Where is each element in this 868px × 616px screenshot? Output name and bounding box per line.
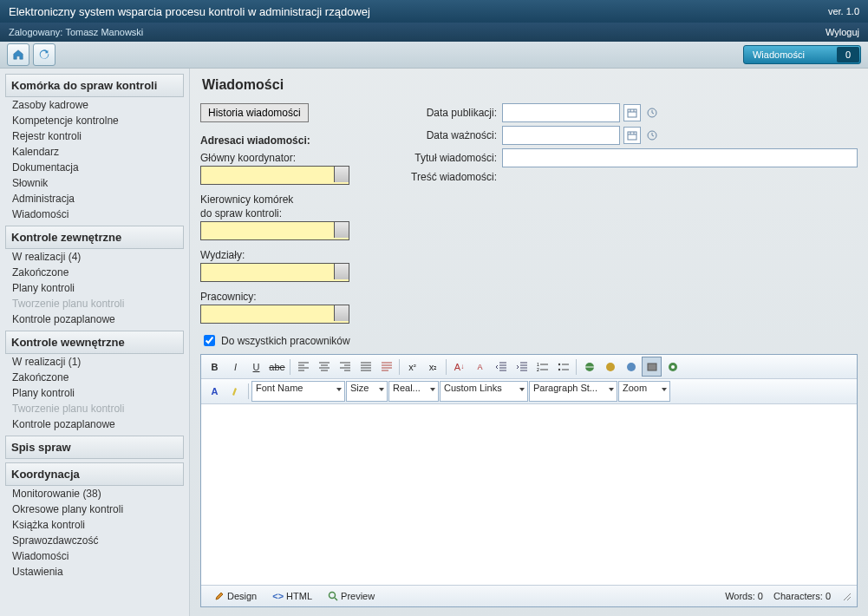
fontcolor-button[interactable]: A [205,382,225,402]
clock-icon [646,107,658,119]
all-employees-checkbox[interactable] [204,335,215,346]
image-button[interactable] [600,357,620,377]
ordered-list-button[interactable]: 12 [532,357,552,377]
coordinator-select[interactable] [200,166,349,185]
font-inc-button[interactable]: A↓ [449,357,469,377]
help-button[interactable] [662,357,682,377]
nav-item[interactable]: Zakończone [5,370,184,385]
expdate-input[interactable] [502,126,620,145]
svg-point-13 [558,368,559,370]
nav-item[interactable]: Książka kontroli [5,517,184,533]
align-justify-button[interactable] [356,357,375,377]
nav-item[interactable]: Sprawozdawczość [5,533,184,548]
employees-label: Pracownicy: [200,291,365,303]
media-button[interactable] [621,357,641,377]
customlinks-combo[interactable]: Custom Links [440,381,528,402]
departments-select[interactable] [200,263,349,282]
unordered-list-button[interactable] [553,357,573,377]
expdate-calendar-button[interactable] [623,127,641,144]
bold-button[interactable]: B [205,357,225,377]
page-title: Wiadomości [202,77,858,93]
nav-header[interactable]: Spis spraw [5,436,184,459]
nav-item[interactable]: Monitorowanie (38) [5,486,184,501]
nav-item[interactable]: Plany kontroli [5,280,184,296]
all-employees-row[interactable]: Do wszystkich pracowników [200,332,365,349]
nav-item[interactable]: W realizacji (4) [5,249,184,265]
char-count: Characters: 0 [773,591,831,601]
realfont-combo[interactable]: Real... [388,381,439,402]
main-content: Wiadomości Historia wiadomości Adresaci … [190,69,868,616]
nav-item[interactable]: Plany kontroli [5,385,184,401]
employees-select[interactable] [200,305,349,324]
indent-button[interactable] [512,357,532,377]
nav-item[interactable]: Kontrole pozaplanowe [5,311,184,327]
html-tab[interactable]: <> HTML [264,588,320,604]
link-button[interactable] [579,357,599,377]
nav-item[interactable]: Wiadomości [5,548,184,564]
align-center-button[interactable] [314,357,334,377]
zoom-combo[interactable]: Zoom [618,381,670,402]
nav-header[interactable]: Komórka do spraw kontroli [5,74,184,97]
recipients-section-label: Adresaci wiadomości: [200,134,365,147]
editor-toolbar-2: A Font Name Size Real... Custom Links Pa… [201,379,857,404]
font-dec-button[interactable]: A [470,357,490,377]
refresh-button[interactable] [33,43,55,66]
messages-count: 0 [837,47,859,62]
italic-button[interactable]: I [225,357,245,377]
nav-item[interactable]: Słownik [5,175,184,191]
highlight-button[interactable] [225,382,245,402]
outdent-button[interactable] [491,357,511,377]
editor-footer: Design <> HTML Preview Words: 0 Characte… [201,585,857,606]
nav-item[interactable]: Zasoby kadrowe [5,97,184,113]
nav-item[interactable]: Rejestr kontroli [5,128,184,144]
messages-label: Wiadomości [744,49,836,60]
svg-text:2: 2 [537,367,539,372]
nav-header[interactable]: Kontrole zewnętrzne [5,226,184,249]
home-button[interactable] [7,43,29,66]
pubdate-calendar-button[interactable] [623,104,641,121]
managers-select[interactable] [200,221,349,240]
module-button[interactable] [642,357,662,377]
nav-item[interactable]: Kontrole pozaplanowe [5,416,184,432]
nav-item[interactable]: Kalendarz [5,144,184,160]
nav-item[interactable]: Kompetencje kontrolne [5,113,184,128]
design-tab[interactable]: Design [206,588,264,604]
pubdate-clock-button[interactable] [644,105,660,121]
parastyle-combo[interactable]: Paragraph St... [529,381,617,402]
sidebar: Komórka do spraw kontroliZasoby kadroweK… [0,69,190,616]
editor-textarea[interactable] [201,404,857,585]
messages-counter[interactable]: Wiadomości 0 [743,45,861,64]
align-right-button[interactable] [335,357,355,377]
nav-item[interactable]: Dokumentacja [5,160,184,175]
title-label: Tytuł wiadomości: [391,152,502,164]
strike-button[interactable]: abe [267,357,287,377]
superscript-button[interactable]: x² [402,357,422,377]
subscript-button[interactable]: x₂ [423,357,443,377]
history-button[interactable]: Historia wiadomości [200,103,309,122]
calendar-icon [627,130,637,141]
nav-item[interactable]: Wiadomości [5,206,184,222]
nav-item[interactable]: W realizacji (1) [5,354,184,370]
managers-label-1: Kierownicy komórek [200,193,365,206]
nav-header[interactable]: Koordynacja [5,462,184,486]
nav-item[interactable]: Ustawienia [5,564,184,580]
resize-icon[interactable] [841,591,852,601]
logout-link[interactable]: Wyloguj [826,27,859,37]
expdate-clock-button[interactable] [644,128,660,143]
pubdate-input[interactable] [502,103,620,122]
nav-header[interactable]: Kontrole wewnętrzne [5,331,184,354]
align-left-button[interactable] [293,357,313,377]
fontname-combo[interactable]: Font Name [251,381,345,402]
title-input[interactable] [502,148,858,167]
svg-point-20 [330,593,336,599]
departments-label: Wydziały: [200,249,365,261]
nav-item[interactable]: Zakończone [5,265,184,280]
magnifier-icon [328,591,338,601]
nav-item[interactable]: Okresowe plany kontroli [5,501,184,517]
preview-tab[interactable]: Preview [320,588,382,604]
word-count: Words: 0 [725,591,763,601]
fontsize-combo[interactable]: Size [346,381,388,402]
nav-item[interactable]: Administracja [5,191,184,206]
align-none-button[interactable] [376,357,396,377]
underline-button[interactable]: U [246,357,266,377]
